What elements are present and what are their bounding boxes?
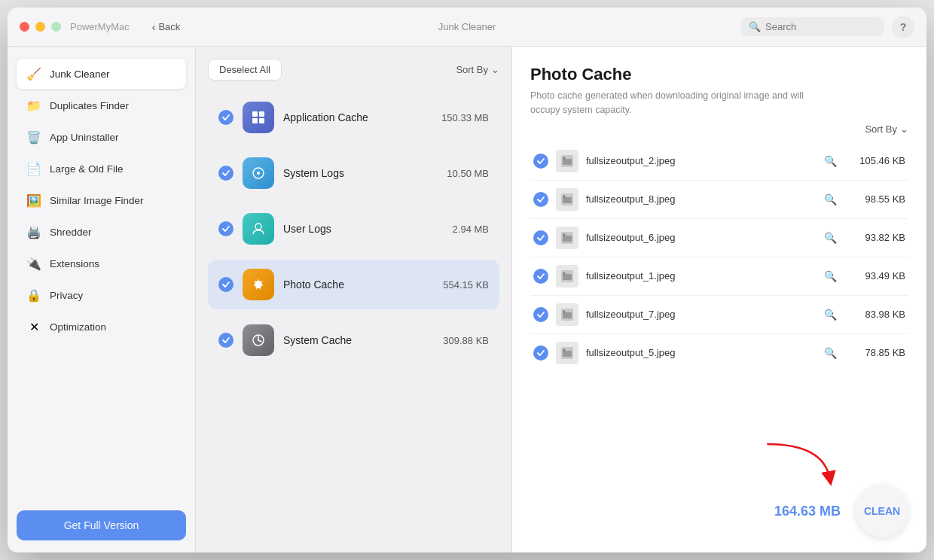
category-item-app-cache[interactable]: Application Cache 150.33 MB [208,93,499,142]
right-panel-title: Photo Cache [530,65,908,84]
svg-rect-1 [259,111,264,117]
category-checkbox-app-cache [218,110,233,125]
sidebar-item-optimization[interactable]: ✕ Optimization [17,312,186,342]
file-thumbnail-icon [556,227,578,249]
middle-sort-by-button[interactable]: Sort By ⌄ [456,64,499,75]
svg-rect-22 [563,312,572,318]
clean-button[interactable]: CLEAN [856,485,908,537]
file-preview-icon[interactable]: 🔍 [823,192,838,207]
file-checkbox [533,269,548,284]
sidebar-icon-app-uninstaller: 🗑️ [26,129,42,145]
svg-point-23 [563,310,566,312]
file-name: fullsizeoutput_8.jpeg [586,193,815,205]
sidebar-item-app-uninstaller[interactable]: 🗑️ App Uninstaller [17,122,186,152]
right-panel-description: Photo cache generated when downloading o… [530,89,832,117]
sidebar-nav: 🧹 Junk Cleaner 📁 Duplicates Finder 🗑️ Ap… [17,59,186,343]
sidebar-item-duplicates-finder[interactable]: 📁 Duplicates Finder [17,90,186,120]
sidebar-label-optimization: Optimization [50,321,106,333]
file-preview-icon[interactable]: 🔍 [823,269,838,284]
file-size: 83.98 KB [845,309,905,320]
sort-by-label: Sort By [456,64,488,75]
file-preview-icon[interactable]: 🔍 [823,230,838,245]
category-checkbox-user-logs [218,221,233,236]
sidebar-item-shredder[interactable]: 🖨️ Shredder [17,217,186,247]
red-arrow-icon [761,437,836,489]
sidebar-icon-duplicates-finder: 📁 [26,97,42,114]
file-preview-icon[interactable]: 🔍 [823,154,838,169]
right-panel-header: Photo Cache Photo cache generated when d… [530,65,908,117]
file-preview-icon[interactable]: 🔍 [823,307,838,322]
sidebar-item-large-old-file[interactable]: 📄 Large & Old File [17,154,186,184]
category-name-sys-logs: System Logs [283,167,344,179]
main-content: 🧹 Junk Cleaner 📁 Duplicates Finder 🗑️ Ap… [8,47,926,552]
minimize-button[interactable] [35,22,45,32]
sidebar-icon-similar-image: 🖼️ [26,192,42,208]
right-sort-by-button[interactable]: Sort By ⌄ [865,123,908,135]
file-item[interactable]: fullsizeoutput_8.jpeg 🔍 98.55 KB [530,181,908,219]
sidebar-item-extensions[interactable]: 🔌 Extensions [17,248,186,278]
close-button[interactable] [20,22,29,32]
file-item[interactable]: fullsizeoutput_7.jpeg 🔍 83.98 KB [530,296,908,334]
category-name-app-cache: Application Cache [283,111,368,123]
sort-by-chevron-icon: ⌄ [491,64,499,75]
sidebar-label-junk-cleaner: Junk Cleaner [50,68,110,80]
right-sort-row: Sort By ⌄ [530,123,908,135]
category-icon-sys-logs [243,157,274,189]
maximize-button[interactable] [51,22,61,32]
file-item[interactable]: fullsizeoutput_1.jpeg 🔍 93.49 KB [530,257,908,296]
category-item-sys-cache[interactable]: System Cache 309.88 KB [208,315,499,365]
category-name-user-logs: User Logs [283,223,331,235]
search-icon: 🔍 [749,21,761,32]
file-checkbox [533,154,548,169]
svg-point-11 [563,157,566,159]
search-box[interactable]: 🔍 [741,17,884,36]
file-item[interactable]: fullsizeoutput_2.jpeg 🔍 105.46 KB [530,142,908,181]
file-name: fullsizeoutput_1.jpeg [586,270,815,282]
svg-point-17 [563,233,566,236]
sidebar-icon-large-old-file: 📄 [26,160,42,177]
help-button[interactable]: ? [892,16,914,38]
file-checkbox [533,345,548,361]
file-checkbox [533,230,548,245]
category-icon-photo-cache [243,269,274,300]
sidebar-label-shredder: Shredder [50,227,92,238]
deselect-all-button[interactable]: Deselect All [208,59,282,81]
svg-rect-3 [259,118,264,123]
svg-rect-13 [563,197,572,203]
file-size: 105.46 KB [845,155,905,166]
svg-point-20 [563,272,566,274]
sidebar-label-similar-image: Similar Image Finder [50,195,144,206]
category-item-user-logs[interactable]: User Logs 2.94 MB [208,204,499,254]
file-item[interactable]: fullsizeoutput_6.jpeg 🔍 93.82 KB [530,219,908,257]
category-icon-sys-cache [243,324,274,356]
category-checkbox-photo-cache [218,277,233,292]
svg-point-14 [563,195,566,197]
file-thumbnail-icon [556,342,578,364]
category-icon-app-cache [243,102,274,133]
sidebar-icon-privacy: 🔒 [26,287,42,303]
category-size-photo-cache: 554.15 KB [443,279,489,291]
search-input[interactable] [765,21,877,32]
file-preview-icon[interactable]: 🔍 [823,345,838,361]
sidebar-item-junk-cleaner[interactable]: 🧹 Junk Cleaner [17,59,186,89]
titlebar-title: Junk Cleaner [438,21,496,32]
category-list: Application Cache 150.33 MB System Logs … [208,93,499,365]
category-icon-user-logs [243,213,274,245]
get-full-version-button[interactable]: Get Full Version [17,510,186,540]
back-label: Back [158,21,180,32]
app-name: PowerMyMac [70,21,130,32]
middle-header: Deselect All Sort By ⌄ [208,59,499,81]
sidebar-item-similar-image[interactable]: 🖼️ Similar Image Finder [17,185,186,215]
category-size-user-logs: 2.94 MB [453,224,489,235]
sidebar-icon-optimization: ✕ [26,318,42,335]
sidebar-item-privacy[interactable]: 🔒 Privacy [17,280,186,310]
traffic-lights [20,22,61,32]
file-item[interactable]: fullsizeoutput_5.jpeg 🔍 78.85 KB [530,334,908,372]
total-size: 164.63 MB [774,504,841,519]
category-checkbox-sys-cache [218,333,233,348]
category-item-sys-logs[interactable]: System Logs 10.50 MB [208,148,499,198]
category-item-photo-cache[interactable]: Photo Cache 554.15 KB [208,260,499,309]
svg-rect-0 [252,111,258,117]
sidebar-label-extensions: Extensions [50,258,99,269]
back-button[interactable]: ‹ Back [152,21,181,33]
